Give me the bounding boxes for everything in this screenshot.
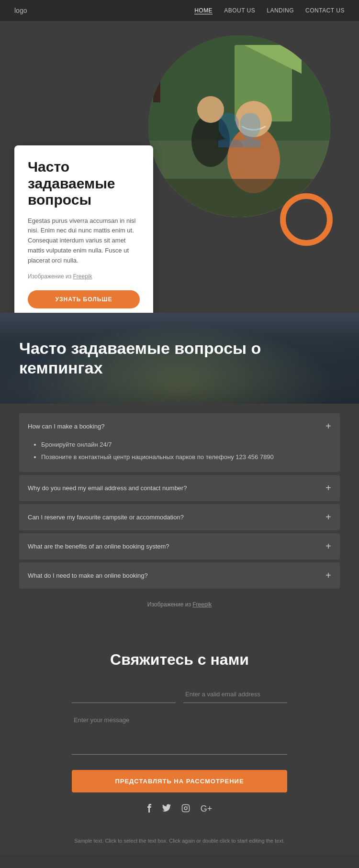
faq-plus-2: + <box>325 483 331 494</box>
faq-plus-1: + <box>325 421 331 432</box>
nav-landing[interactable]: LANDING <box>267 7 294 14</box>
faq-question-2-text: Why do you need my email address and con… <box>28 484 187 492</box>
logo: logo <box>14 7 27 14</box>
faq-question-5[interactable]: What do I need to make an online booking… <box>19 562 340 589</box>
faq-question-4-text: What are the benefits of an online booki… <box>28 543 169 550</box>
svg-point-14 <box>187 806 188 807</box>
name-input[interactable] <box>72 686 176 703</box>
navbar: logo HOME ABOUT US LANDING CONTACT US <box>0 0 359 21</box>
footer-note-text: Sample text. Click to select the text bo… <box>74 838 285 844</box>
freepik-small-note: Изображение из Freepik <box>19 592 340 613</box>
learn-more-button[interactable]: УЗНАТЬ БОЛЬШЕ <box>28 290 140 308</box>
faq-question-5-text: What do I need to make an online booking… <box>28 572 148 579</box>
faq-question-2[interactable]: Why do you need my email address and con… <box>19 475 340 501</box>
nav-contact[interactable]: CONTACT US <box>305 7 345 14</box>
form-name-email-row <box>72 686 287 703</box>
faq-item-3: Can I reserve my favourite campsite or a… <box>19 504 340 530</box>
svg-point-10 <box>236 101 272 137</box>
faq-item-1: How can I make a booking? + Бронируйте о… <box>19 413 340 472</box>
footer-note: Sample text. Click to select the text bo… <box>0 829 359 855</box>
orange-ring-decoration <box>280 193 333 246</box>
hero-body: Egestas purus viverra accumsan in nisl n… <box>28 216 140 266</box>
hero-section: Часто задаваемые вопросы Egestas purus v… <box>0 21 359 313</box>
message-textarea[interactable] <box>72 712 287 755</box>
faq-question-3-text: Can I reserve my favourite campsite or a… <box>28 514 184 521</box>
nav-links: HOME ABOUT US LANDING CONTACT US <box>194 7 345 14</box>
nav-home[interactable]: HOME <box>194 7 213 14</box>
svg-rect-12 <box>182 805 189 812</box>
hero-heading: Часто задаваемые вопросы <box>28 159 140 209</box>
faq-question-1-text: How can I make a booking? <box>28 423 104 430</box>
nav-about[interactable]: ABOUT US <box>224 7 255 14</box>
svg-point-8 <box>197 96 224 123</box>
svg-rect-4 <box>153 64 160 102</box>
facebook-icon[interactable] <box>147 804 152 815</box>
faq-item-4: What are the benefits of an online booki… <box>19 533 340 560</box>
faq-question-3[interactable]: Can I reserve my favourite campsite or a… <box>19 504 340 530</box>
faq-banner-heading: Часто задаваемые вопросы о кемпингах <box>19 339 340 378</box>
social-row: G+ <box>72 792 287 820</box>
faq-plus-5: + <box>325 570 331 581</box>
freepik-small-link[interactable]: Freepik <box>192 601 212 608</box>
faq-item-5: What do I need to make an online booking… <box>19 562 340 589</box>
faq-plus-3: + <box>325 512 331 523</box>
contact-section: Свяжитесь с нами ПРЕДСТАВЛЯТЬ НА РАССМОТ… <box>0 627 359 829</box>
faq-answer-1: Бронируйте онлайн 24/7 Позвоните в конта… <box>19 439 340 472</box>
hero-card: Часто задаваемые вопросы Egestas purus v… <box>14 145 153 313</box>
contact-heading: Свяжитесь с нами <box>72 651 287 669</box>
faq-banner: Часто задаваемые вопросы о кемпингах <box>0 313 359 404</box>
freepik-note: Изображение из Freepik <box>28 272 140 281</box>
instagram-icon[interactable] <box>181 804 190 815</box>
twitter-icon[interactable] <box>162 804 171 815</box>
faq-answer-1-item-2: Позвоните в контактный центр национальны… <box>41 452 331 462</box>
faq-question-4[interactable]: What are the benefits of an online booki… <box>19 533 340 560</box>
faq-question-1[interactable]: How can I make a booking? + <box>19 413 340 439</box>
email-input[interactable] <box>183 686 287 703</box>
freepik-link[interactable]: Freepik <box>73 273 92 280</box>
hero-image-circle <box>148 35 330 217</box>
faq-section: How can I make a booking? + Бронируйте о… <box>0 404 359 627</box>
svg-point-13 <box>184 807 187 810</box>
faq-plus-4: + <box>325 541 331 552</box>
faq-item-2: Why do you need my email address and con… <box>19 475 340 501</box>
hero-photo <box>148 35 330 217</box>
faq-answer-1-item-1: Бронируйте онлайн 24/7 <box>41 439 331 450</box>
googleplus-icon[interactable]: G+ <box>201 804 213 815</box>
submit-button[interactable]: ПРЕДСТАВЛЯТЬ НА РАССМОТРЕНИЕ <box>72 770 287 792</box>
